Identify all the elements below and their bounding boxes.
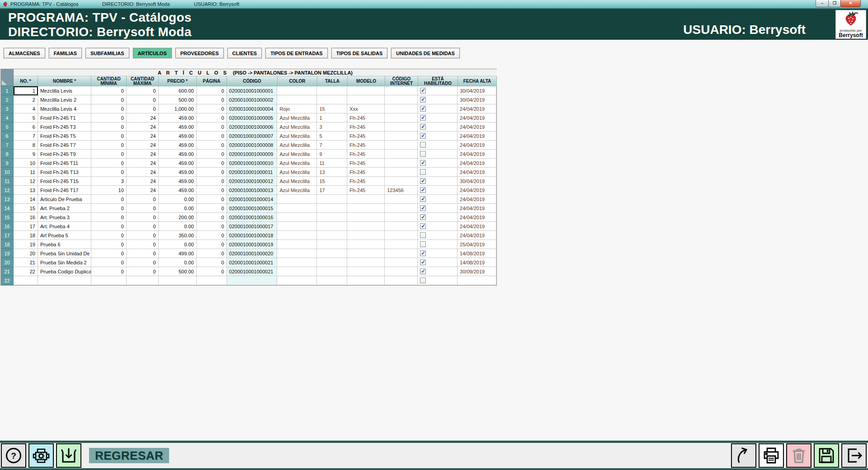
checkbox-habilitado[interactable] [420, 277, 426, 283]
cell-cantidad_maxima[interactable]: 0 [127, 95, 159, 104]
cell-pagina[interactable]: 0 [197, 177, 227, 186]
cell-codigo[interactable]: 0200010001000019 [227, 240, 278, 249]
column-header-codigo[interactable]: CÓDIGO [227, 76, 278, 86]
cell-fecha_alta[interactable]: 24/04/2019 [458, 222, 496, 231]
cell-precio[interactable]: 350.00 [159, 231, 197, 240]
cell-cantidad_minima[interactable]: 0 [91, 258, 127, 267]
row-header-16[interactable]: 16 [1, 222, 14, 231]
tab-clientes[interactable]: CLIENTES [227, 48, 262, 58]
cell-pagina[interactable]: 0 [197, 168, 227, 177]
column-header-codigo_internet[interactable]: CÓDIGO INTERNET [385, 76, 418, 86]
cell-nombre[interactable] [38, 276, 91, 285]
cell-modelo[interactable]: Fh-245 [347, 150, 385, 159]
cell-cantidad_maxima[interactable]: 24 [127, 159, 159, 168]
cell-no[interactable]: 8 [14, 141, 38, 150]
checkbox-habilitado[interactable] [420, 151, 426, 157]
cell-pagina[interactable]: 0 [197, 249, 227, 258]
cell-modelo[interactable] [347, 222, 385, 231]
cell-no[interactable]: 7 [14, 132, 38, 141]
cell-cantidad_minima[interactable]: 0 [91, 231, 127, 240]
cell-precio[interactable] [159, 276, 197, 285]
cell-cantidad_minima[interactable]: 0 [91, 95, 127, 104]
cell-codigo[interactable]: 0200010001000020 [227, 249, 278, 258]
checkbox-habilitado[interactable] [420, 196, 426, 202]
checkbox-habilitado[interactable] [420, 169, 426, 175]
cell-codigo_internet[interactable] [385, 150, 418, 159]
cell-fecha_alta[interactable]: 25/04/2019 [458, 240, 496, 249]
column-header-talla[interactable]: TALLA [317, 76, 348, 86]
tab-unidades-de-medidas[interactable]: UNIDADES DE MEDIDAS [391, 48, 460, 58]
cell-pagina[interactable]: 0 [197, 267, 227, 276]
cell-precio[interactable]: 200.00 [159, 213, 197, 222]
cell-cantidad_minima[interactable]: 0 [91, 240, 127, 249]
cell-modelo[interactable] [347, 195, 385, 204]
cell-nombre[interactable]: Prueba Codigo Duplicad [38, 267, 91, 276]
cell-codigo_internet[interactable] [385, 86, 418, 95]
cell-codigo_internet[interactable] [385, 258, 418, 267]
cell-cantidad_maxima[interactable]: 24 [127, 150, 159, 159]
cell-no[interactable] [14, 276, 38, 285]
cell-cantidad_minima[interactable]: 0 [91, 159, 127, 168]
cell-no[interactable]: 19 [14, 240, 38, 249]
cell-pagina[interactable]: 0 [197, 104, 227, 113]
cell-no[interactable]: 12 [14, 177, 38, 186]
cell-fecha_alta[interactable]: 30/04/2019 [458, 86, 496, 95]
cell-color[interactable] [277, 86, 317, 95]
checkbox-habilitado[interactable] [420, 259, 426, 265]
row-header-8[interactable]: 8 [1, 150, 14, 159]
row-header-6[interactable]: 6 [1, 132, 14, 141]
tab-subfamilias[interactable]: SUBFAMILIAS [85, 48, 129, 58]
cell-pagina[interactable]: 0 [197, 213, 227, 222]
cell-talla[interactable] [317, 86, 347, 95]
checkbox-habilitado[interactable] [420, 106, 426, 112]
cell-fecha_alta[interactable]: 24/04/2019 [458, 213, 496, 222]
cell-codigo_internet[interactable] [385, 204, 418, 213]
cell-codigo_internet[interactable] [385, 249, 418, 258]
cell-precio[interactable]: 459.00 [159, 132, 197, 141]
cell-codigo[interactable]: 0200010001000004 [227, 104, 278, 113]
cell-talla[interactable]: 3 [317, 122, 347, 132]
cell-color[interactable] [277, 249, 317, 258]
cell-modelo[interactable]: Xxx [347, 104, 385, 113]
cell-precio[interactable]: 459.00 [159, 113, 197, 122]
column-header-nombre[interactable]: NOMBRE * [38, 76, 91, 86]
cell-pagina[interactable]: 0 [197, 95, 227, 104]
cell-no[interactable]: 21 [14, 258, 38, 267]
close-button[interactable]: ✕ [840, 0, 861, 7]
cell-codigo_internet[interactable] [385, 95, 418, 104]
cell-codigo[interactable]: 0200010001000015 [227, 204, 278, 213]
cell-fecha_alta[interactable]: 24/04/2019 [458, 204, 496, 213]
cell-modelo[interactable] [347, 240, 385, 249]
cell-habilitado[interactable] [418, 159, 458, 168]
checkbox-habilitado[interactable] [420, 187, 426, 193]
checkbox-habilitado[interactable] [420, 268, 426, 274]
cell-cantidad_maxima[interactable]: 0 [127, 222, 159, 231]
cell-habilitado[interactable] [418, 231, 458, 240]
cell-pagina[interactable]: 0 [197, 113, 227, 122]
cell-cantidad_maxima[interactable]: 24 [127, 186, 159, 195]
cell-no[interactable]: 20 [14, 249, 38, 258]
cell-codigo[interactable]: 0200010001000021 [227, 258, 278, 267]
row-header-7[interactable]: 7 [1, 141, 14, 150]
cell-modelo[interactable]: Fh-245 [347, 122, 385, 132]
cell-no[interactable]: 16 [14, 213, 38, 222]
cell-pagina[interactable]: 0 [197, 141, 227, 150]
cell-nombre[interactable]: Prueba Sin Medida 2 [38, 258, 91, 267]
cell-cantidad_maxima[interactable]: 24 [127, 122, 159, 132]
cell-nombre[interactable]: Froid Fh-245 T9 [38, 150, 91, 159]
cell-cantidad_minima[interactable]: 0 [91, 249, 127, 258]
cell-no[interactable]: 11 [14, 168, 38, 177]
cell-cantidad_maxima[interactable]: 0 [127, 258, 159, 267]
cell-habilitado[interactable] [418, 95, 458, 104]
help-button[interactable]: ? [1, 443, 26, 468]
cell-fecha_alta[interactable] [458, 276, 496, 285]
cell-cantidad_minima[interactable]: 0 [91, 168, 127, 177]
cell-pagina[interactable]: 0 [197, 222, 227, 231]
cell-pagina[interactable]: 0 [197, 258, 227, 267]
cell-pagina[interactable]: 0 [197, 122, 227, 132]
cell-talla[interactable] [317, 276, 347, 285]
cell-habilitado[interactable] [418, 122, 458, 132]
tab-articulos[interactable]: ARTÍCULOS [133, 48, 172, 58]
cell-habilitado[interactable] [418, 204, 458, 213]
cell-modelo[interactable] [347, 213, 385, 222]
